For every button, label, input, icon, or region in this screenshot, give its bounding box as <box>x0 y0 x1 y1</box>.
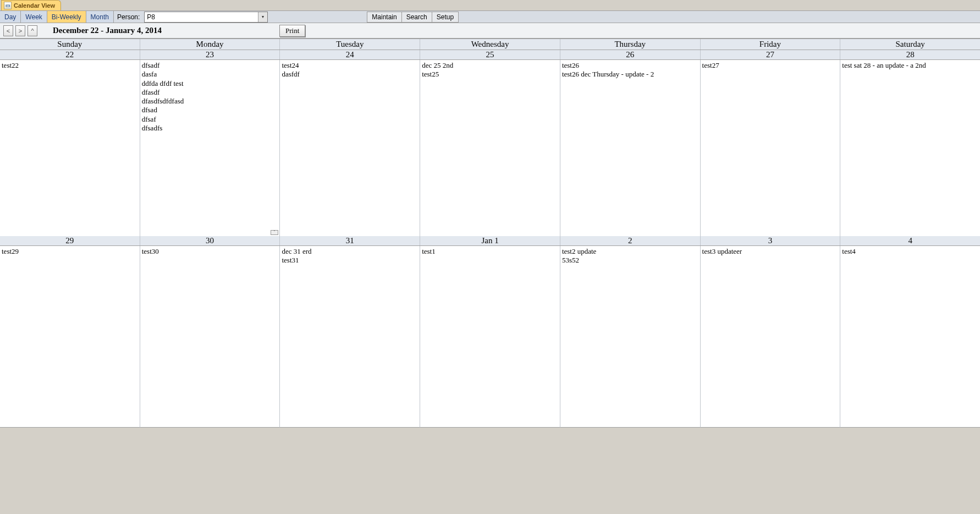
daynum-cell[interactable]: 25 <box>420 50 560 59</box>
daynum-cell[interactable]: 4 <box>840 236 980 245</box>
event-cell[interactable]: test27 <box>701 60 841 236</box>
event-item[interactable]: ddfda dfdf test <box>142 79 278 88</box>
nav-row: < > ^ December 22 - January 4, 2014 Prin… <box>0 23 980 39</box>
event-cell[interactable]: dec 25 2ndtest25 <box>420 60 560 236</box>
setup-button[interactable]: Setup <box>432 12 459 23</box>
dow-cell: Thursday <box>560 39 701 50</box>
event-item[interactable]: dfsaf <box>142 115 278 124</box>
daynum-cell[interactable]: 31 <box>280 236 420 245</box>
person-input[interactable] <box>145 12 258 22</box>
event-cell[interactable]: test29 <box>0 246 140 428</box>
event-cell[interactable]: dfsadfdasfaddfda dfdf testdfasdfdfasdfsd… <box>140 60 280 236</box>
event-item[interactable]: dasfa <box>142 70 278 79</box>
event-cell[interactable]: test4 <box>840 246 980 428</box>
daynum-row: 22232425262728 <box>0 50 980 60</box>
event-item[interactable]: test31 <box>282 256 418 265</box>
daynum-cell[interactable]: 30 <box>140 236 280 245</box>
event-item[interactable]: dec 31 erd <box>282 247 418 256</box>
search-button[interactable]: Search <box>402 12 432 23</box>
event-cell[interactable]: test22 <box>0 60 140 236</box>
event-item[interactable]: test2 update <box>562 247 698 256</box>
event-cell[interactable]: test3 updateer <box>701 246 841 428</box>
dropdown-icon[interactable]: ▾ <box>258 12 267 22</box>
dow-cell: Tuesday <box>280 39 420 50</box>
event-item[interactable]: dfasdfsdfdfasd <box>142 97 278 106</box>
person-label: Person: <box>114 12 143 22</box>
prev-button[interactable]: < <box>3 25 13 36</box>
event-item[interactable]: test30 <box>142 247 278 256</box>
event-item[interactable]: test sat 28 - an update - a 2nd <box>842 61 978 70</box>
event-item[interactable]: test4 <box>842 247 978 256</box>
calendar-grid: 22232425262728test22dfsadfdasfaddfda dfd… <box>0 50 980 428</box>
daynum-cell[interactable]: 27 <box>701 50 841 59</box>
print-button[interactable]: Print <box>279 25 305 37</box>
event-item[interactable]: test24 <box>282 61 418 70</box>
event-row: test29test30dec 31 erdtest31test1test2 u… <box>0 246 980 428</box>
event-cell[interactable]: test2 update53s52 <box>560 246 701 428</box>
event-cell[interactable]: test sat 28 - an update - a 2nd <box>840 60 980 236</box>
event-item[interactable]: dasfdf <box>282 70 418 79</box>
daynum-cell[interactable]: 24 <box>280 50 420 59</box>
dow-cell: Monday <box>140 39 280 50</box>
dow-cell: Saturday <box>840 39 980 50</box>
next-button[interactable]: > <box>15 25 25 36</box>
event-item[interactable]: test25 <box>422 70 558 79</box>
maintain-button[interactable]: Maintain <box>367 12 401 23</box>
dow-cell: Wednesday <box>420 39 560 50</box>
view-btn-month[interactable]: Month <box>86 11 114 23</box>
event-row: test22dfsadfdasfaddfda dfdf testdfasdfdf… <box>0 60 980 236</box>
view-toolbar: DayWeekBi-WeeklyMonth Person: ▾ Maintain… <box>0 11 980 23</box>
event-cell[interactable]: dec 31 erdtest31 <box>280 246 420 428</box>
event-item[interactable]: test26 dec Thursday - update - 2 <box>562 70 698 79</box>
daynum-cell[interactable]: 3 <box>701 236 841 245</box>
tab-strip: ▭ Calendar View <box>0 0 980 11</box>
up-button[interactable]: ^ <box>27 25 37 36</box>
event-item[interactable]: dfsadfs <box>142 124 278 133</box>
daynum-cell[interactable]: Jan 1 <box>420 236 560 245</box>
event-item[interactable]: test27 <box>702 61 839 70</box>
event-item[interactable]: test26 <box>562 61 698 70</box>
event-item[interactable]: 53s52 <box>562 256 698 265</box>
dow-cell: Sunday <box>0 39 140 50</box>
view-btn-week[interactable]: Week <box>21 11 47 23</box>
event-item[interactable]: test1 <box>422 247 558 256</box>
date-range-title: December 22 - January 4, 2014 <box>53 26 162 35</box>
tab-calendar-view[interactable]: ▭ Calendar View <box>1 0 61 10</box>
view-btn-day[interactable]: Day <box>0 11 21 23</box>
daynum-cell[interactable]: 29 <box>0 236 140 245</box>
daynum-cell[interactable]: 2 <box>560 236 701 245</box>
tab-title: Calendar View <box>14 2 55 9</box>
event-cell[interactable]: test1 <box>420 246 560 428</box>
event-cell[interactable]: test26test26 dec Thursday - update - 2 <box>560 60 701 236</box>
event-cell[interactable]: test30 <box>140 246 280 428</box>
week-row: 22232425262728test22dfsadfdasfaddfda dfd… <box>0 50 980 236</box>
event-item[interactable]: dfsadf <box>142 61 278 70</box>
event-item[interactable]: test3 updateer <box>702 247 839 256</box>
event-item[interactable]: dfasdf <box>142 88 278 97</box>
daynum-row: 293031Jan 1234 <box>0 236 980 246</box>
person-combobox[interactable]: ▾ <box>144 12 268 23</box>
event-item[interactable]: test22 <box>2 61 138 70</box>
daynum-cell[interactable]: 23 <box>140 50 280 59</box>
event-item[interactable]: test29 <box>2 247 138 256</box>
view-btn-bi-weekly[interactable]: Bi-Weekly <box>47 11 86 23</box>
event-item[interactable]: dfsad <box>142 106 278 114</box>
event-cell[interactable]: test24dasfdf <box>280 60 420 236</box>
event-item[interactable]: dec 25 2nd <box>422 61 558 70</box>
dow-header: SundayMondayTuesdayWednesdayThursdayFrid… <box>0 39 980 50</box>
week-row: 293031Jan 1234test29test30dec 31 erdtest… <box>0 236 980 428</box>
form-icon: ▭ <box>4 2 12 9</box>
dow-cell: Friday <box>701 39 841 50</box>
daynum-cell[interactable]: 26 <box>560 50 701 59</box>
daynum-cell[interactable]: 22 <box>0 50 140 59</box>
daynum-cell[interactable]: 28 <box>840 50 980 59</box>
resize-grip-icon[interactable]: ˄ <box>271 230 278 235</box>
